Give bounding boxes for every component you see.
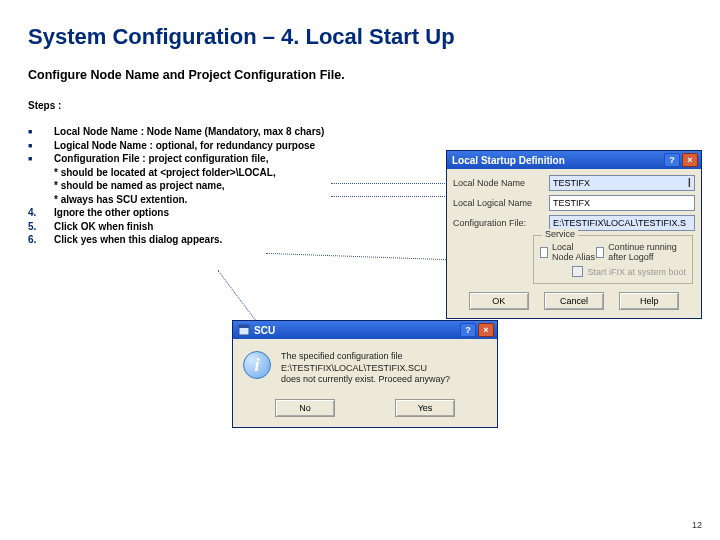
service-group: Service Local Node Alias Continue runnin… (533, 235, 693, 284)
page-title: System Configuration – 4. Local Start Up (28, 24, 692, 50)
yes-button[interactable]: Yes (395, 399, 455, 417)
no-button[interactable]: No (275, 399, 335, 417)
checkbox-icon (540, 247, 548, 258)
connector-line (331, 183, 449, 184)
list-item: Local Node Name : Node Name (Mandatory, … (28, 125, 692, 139)
cancel-button[interactable]: Cancel (544, 292, 604, 310)
local-startup-dialog: Local Startup Definition ? × I Local Nod… (446, 150, 702, 319)
steps-heading: Steps : (28, 100, 692, 111)
titlebar[interactable]: Local Startup Definition ? × (447, 151, 701, 169)
page-subtitle: Configure Node Name and Project Configur… (28, 68, 692, 82)
logical-node-field[interactable]: TESTIFX (549, 195, 695, 211)
checkbox-icon (572, 266, 583, 277)
close-icon[interactable]: × (478, 323, 494, 337)
continue-after-logoff-checkbox[interactable]: Continue running after Logoff (596, 242, 686, 262)
help-button[interactable]: Help (619, 292, 679, 310)
config-file-label: Configuration File: (453, 218, 545, 228)
local-node-field[interactable]: TESTIFX (549, 175, 695, 191)
help-icon[interactable]: ? (460, 323, 476, 337)
start-at-boot-checkbox: Start iFIX at system boot (572, 266, 686, 277)
dialog-title: Local Startup Definition (452, 155, 662, 166)
logical-node-label: Local Logical Name (453, 198, 545, 208)
group-legend: Service (542, 229, 578, 239)
titlebar[interactable]: SCU ? × (233, 321, 497, 339)
connector-line (331, 196, 449, 197)
scu-dialog: SCU ? × i The specified configuration fi… (232, 320, 498, 428)
app-icon (238, 324, 250, 336)
close-icon[interactable]: × (682, 153, 698, 167)
local-node-label: Local Node Name (453, 178, 545, 188)
page-number: 12 (692, 520, 702, 530)
help-icon[interactable]: ? (664, 153, 680, 167)
checkbox-icon (596, 247, 604, 258)
ok-button[interactable]: OK (469, 292, 529, 310)
dialog-title: SCU (254, 325, 458, 336)
svg-rect-1 (239, 325, 249, 328)
dialog-message: The specified configuration file E:\TEST… (281, 351, 487, 393)
info-icon: i (243, 351, 271, 379)
local-node-alias-checkbox[interactable]: Local Node Alias (540, 242, 596, 262)
cursor-ibeam-icon: I (687, 175, 691, 190)
